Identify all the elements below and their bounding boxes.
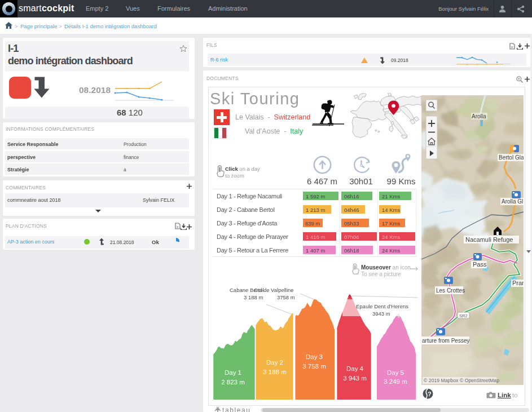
svg-text:tableau: tableau: [222, 406, 251, 412]
svg-text:Day 3: Day 3: [306, 353, 323, 360]
svg-text:x: x: [511, 45, 513, 49]
svg-text:Day 4: Day 4: [346, 365, 364, 372]
svg-text:Pass: Pass: [473, 261, 487, 268]
svg-text:3 758 m: 3 758 m: [302, 363, 326, 370]
svg-text:3 188 m: 3 188 m: [263, 369, 287, 375]
svg-text:Day 1: Day 1: [225, 369, 241, 376]
svg-text:3 249 m: 3 249 m: [384, 378, 407, 385]
svg-text:Day 5: Day 5: [387, 369, 404, 376]
svg-text:2 823 m: 2 823 m: [221, 379, 245, 386]
svg-text:Arolla: Arolla: [472, 113, 486, 119]
svg-text:x: x: [177, 225, 179, 229]
svg-text:Bertol Gla: Bertol Gla: [499, 154, 524, 161]
svg-text:Nacamuli Refuge: Nacamuli Refuge: [465, 236, 513, 243]
svg-text:Prar: Prar: [512, 280, 524, 286]
svg-text:?: ?: [428, 391, 432, 397]
svg-text:3 943 m: 3 943 m: [343, 375, 367, 382]
svg-text:Les Crottes: Les Crottes: [436, 287, 465, 294]
svg-text:SR2: SR2: [459, 313, 468, 318]
svg-text:Day 2: Day 2: [266, 359, 283, 366]
svg-text:© 2019 Mapbox © OpenStreetMap: © 2019 Mapbox © OpenStreetMap: [424, 378, 499, 383]
svg-text:arture from Pessey: arture from Pessey: [422, 338, 469, 344]
svg-text:Arolla Gl…: Arolla Gl…: [502, 198, 524, 205]
